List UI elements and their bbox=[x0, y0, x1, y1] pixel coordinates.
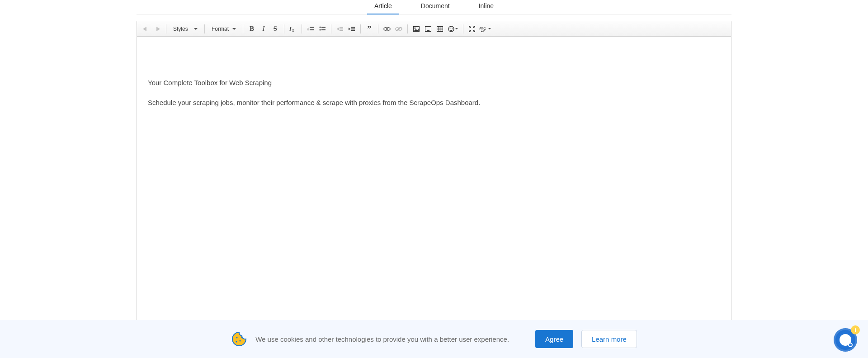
svg-rect-3 bbox=[310, 27, 314, 28]
redo-button[interactable] bbox=[152, 24, 162, 34]
indent-icon bbox=[349, 26, 355, 32]
editor: Styles Format B I S Ix 12 ” bbox=[137, 21, 731, 347]
ordered-list-button[interactable]: 12 bbox=[306, 24, 316, 34]
learn-more-button[interactable]: Learn more bbox=[581, 330, 637, 348]
chevron-down-icon bbox=[455, 28, 458, 29]
editor-toolbar: Styles Format B I S Ix 12 ” bbox=[137, 21, 731, 37]
svg-rect-13 bbox=[351, 27, 355, 28]
styles-dropdown[interactable]: Styles bbox=[170, 24, 201, 34]
unlink-icon bbox=[395, 27, 402, 31]
tab-label: Inline bbox=[479, 2, 494, 10]
spellcheck-icon: ABC bbox=[479, 26, 487, 32]
link-button[interactable] bbox=[382, 24, 392, 34]
editor-content[interactable]: Your Complete Toolbox for Web Scraping S… bbox=[137, 37, 731, 128]
strike-button[interactable]: S bbox=[270, 24, 280, 34]
svg-point-6 bbox=[320, 26, 321, 28]
chevron-down-icon bbox=[232, 28, 236, 30]
remove-format-button[interactable]: Ix bbox=[288, 24, 298, 34]
chat-info-badge: i bbox=[851, 325, 860, 334]
redo-icon bbox=[154, 26, 160, 32]
svg-text:I: I bbox=[289, 26, 292, 32]
svg-point-36 bbox=[236, 341, 237, 342]
tab-label: Document bbox=[421, 2, 450, 10]
separator bbox=[360, 24, 361, 33]
cookie-inner: We use cookies and other technologies to… bbox=[231, 330, 637, 348]
svg-point-37 bbox=[241, 337, 242, 338]
bold-button[interactable]: B bbox=[247, 24, 257, 34]
svg-point-30 bbox=[448, 26, 454, 32]
cookie-icon bbox=[231, 331, 247, 347]
svg-rect-9 bbox=[321, 29, 326, 30]
chevron-down-icon bbox=[488, 28, 491, 29]
separator bbox=[331, 24, 331, 33]
svg-rect-11 bbox=[340, 29, 343, 29]
spellcheck-button[interactable]: ABC bbox=[479, 24, 491, 34]
chevron-down-icon bbox=[194, 28, 198, 30]
svg-rect-10 bbox=[340, 27, 343, 28]
undo-button[interactable] bbox=[141, 24, 151, 34]
separator bbox=[407, 24, 408, 33]
unordered-list-icon bbox=[319, 26, 326, 32]
svg-point-8 bbox=[320, 29, 321, 30]
indent-button[interactable] bbox=[347, 24, 357, 34]
table-icon bbox=[437, 26, 443, 32]
svg-rect-14 bbox=[351, 29, 355, 29]
image-icon bbox=[413, 26, 420, 32]
svg-point-31 bbox=[450, 28, 451, 29]
svg-point-32 bbox=[452, 28, 453, 29]
image-button[interactable] bbox=[411, 24, 421, 34]
svg-text:x: x bbox=[292, 28, 294, 32]
maximize-button[interactable] bbox=[467, 24, 477, 34]
separator bbox=[166, 24, 166, 33]
tab-inline[interactable]: Inline bbox=[477, 0, 495, 14]
ordered-list-icon: 12 bbox=[307, 26, 314, 32]
blockquote-button[interactable]: ” bbox=[364, 24, 374, 34]
separator bbox=[204, 24, 205, 33]
svg-rect-25 bbox=[437, 26, 443, 31]
cookie-text: We use cookies and other technologies to… bbox=[255, 335, 509, 343]
format-dropdown[interactable]: Format bbox=[208, 24, 239, 34]
paragraph: Schedule your scraping jobs, monitor the… bbox=[148, 97, 720, 108]
outdent-button[interactable] bbox=[335, 24, 345, 34]
chat-widget-button[interactable]: i bbox=[834, 328, 857, 352]
outdent-icon bbox=[337, 26, 343, 32]
remove-format-icon: Ix bbox=[289, 26, 297, 32]
format-label: Format bbox=[212, 26, 229, 32]
svg-point-34 bbox=[236, 337, 238, 338]
chat-bubble-icon bbox=[840, 334, 851, 346]
svg-rect-24 bbox=[427, 30, 429, 31]
maximize-icon bbox=[469, 26, 475, 32]
separator bbox=[378, 24, 378, 33]
svg-rect-12 bbox=[340, 30, 343, 31]
styles-label: Styles bbox=[173, 26, 188, 32]
separator bbox=[243, 24, 243, 33]
svg-text:2: 2 bbox=[307, 29, 309, 32]
svg-rect-7 bbox=[321, 27, 326, 28]
separator bbox=[302, 24, 302, 33]
unordered-list-button[interactable] bbox=[317, 24, 327, 34]
italic-button[interactable]: I bbox=[259, 24, 269, 34]
table-button[interactable] bbox=[435, 24, 445, 34]
emoji-button[interactable] bbox=[447, 24, 459, 34]
svg-point-22 bbox=[415, 27, 416, 29]
cookie-banner: We use cookies and other technologies to… bbox=[0, 320, 868, 358]
unlink-button[interactable] bbox=[394, 24, 404, 34]
svg-point-35 bbox=[240, 340, 241, 341]
paragraph: Your Complete Toolbox for Web Scraping bbox=[148, 77, 720, 88]
tabs: Article Document Inline bbox=[137, 0, 731, 14]
separator bbox=[463, 24, 463, 33]
undo-icon bbox=[142, 26, 149, 32]
svg-rect-15 bbox=[351, 30, 355, 31]
chat-bubble-dot bbox=[848, 343, 853, 347]
link-icon bbox=[383, 27, 391, 31]
svg-point-17 bbox=[387, 28, 390, 30]
svg-rect-5 bbox=[310, 29, 314, 30]
tab-article[interactable]: Article bbox=[373, 0, 394, 14]
tab-document[interactable]: Document bbox=[419, 0, 452, 14]
separator bbox=[284, 24, 284, 33]
emoji-icon bbox=[448, 26, 454, 32]
tab-label: Article bbox=[374, 2, 392, 10]
media-button[interactable] bbox=[423, 24, 433, 34]
media-icon bbox=[425, 26, 431, 32]
agree-button[interactable]: Agree bbox=[535, 330, 573, 348]
